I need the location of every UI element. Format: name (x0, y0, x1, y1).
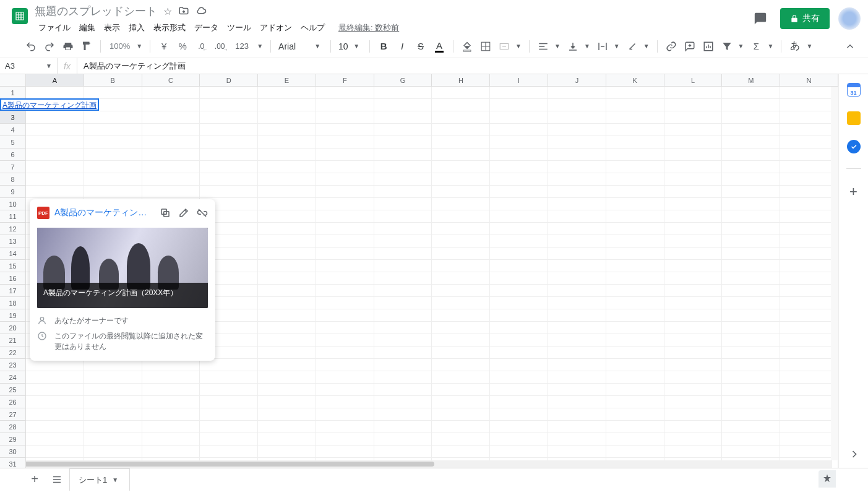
cell[interactable] (722, 161, 780, 173)
cell[interactable] (258, 421, 316, 433)
cell[interactable] (606, 111, 664, 123)
cell[interactable] (432, 297, 490, 309)
menu-format[interactable]: 表示形式 (150, 20, 189, 36)
cell[interactable] (722, 446, 780, 457)
cell[interactable] (26, 186, 84, 197)
cell[interactable] (780, 124, 838, 136)
cell[interactable] (374, 173, 432, 185)
cell[interactable] (606, 384, 664, 395)
cell[interactable] (548, 334, 606, 346)
cell[interactable] (26, 371, 84, 383)
cell[interactable] (316, 161, 374, 173)
merge-cells-button[interactable] (496, 38, 513, 55)
cell[interactable] (780, 433, 838, 445)
cell[interactable] (432, 384, 490, 395)
cell[interactable] (142, 371, 200, 383)
cell[interactable] (548, 285, 606, 296)
vertical-scrollbar[interactable] (831, 74, 838, 460)
chevron-down-icon[interactable]: ▼ (767, 43, 776, 50)
cell[interactable] (142, 446, 200, 457)
cell[interactable] (780, 148, 838, 160)
row-header[interactable]: 26 (0, 396, 25, 408)
cell[interactable] (722, 173, 780, 185)
functions-button[interactable]: Σ (748, 38, 765, 55)
row-header[interactable]: 16 (0, 272, 25, 285)
cell[interactable] (780, 136, 838, 148)
horizontal-scrollbar[interactable] (0, 460, 832, 468)
cell[interactable] (374, 99, 432, 111)
cell[interactable] (432, 111, 490, 123)
cell[interactable] (142, 99, 200, 111)
cell[interactable] (664, 384, 723, 395)
row-header[interactable]: 17 (0, 285, 25, 297)
cell[interactable] (490, 136, 548, 148)
sheet-tab[interactable]: シート1▼ (69, 468, 130, 491)
cell[interactable] (722, 396, 780, 408)
cell[interactable] (374, 198, 432, 210)
cell[interactable] (490, 148, 548, 160)
cell[interactable] (258, 396, 316, 408)
input-method-button[interactable]: あ (786, 38, 804, 55)
cell[interactable] (664, 173, 723, 185)
cell[interactable] (606, 396, 664, 408)
row-header[interactable]: 23 (0, 359, 25, 371)
cell[interactable] (548, 186, 606, 197)
text-wrap-button[interactable] (594, 38, 611, 55)
cell[interactable] (780, 408, 838, 420)
horizontal-align-button[interactable] (535, 38, 552, 55)
cell[interactable] (548, 99, 606, 111)
cell[interactable] (606, 322, 664, 334)
row-header[interactable]: 21 (0, 334, 25, 346)
cell[interactable] (606, 186, 664, 197)
cell[interactable] (490, 359, 548, 371)
cell[interactable] (664, 235, 723, 247)
chevron-down-icon[interactable]: ▼ (642, 43, 652, 50)
cell[interactable] (26, 161, 84, 173)
cell[interactable] (722, 198, 780, 210)
cell[interactable] (258, 334, 316, 346)
row-header[interactable]: 15 (0, 260, 25, 272)
cell[interactable] (606, 124, 664, 136)
move-folder-icon[interactable] (178, 6, 189, 17)
cell[interactable] (606, 446, 664, 457)
cell[interactable] (606, 136, 664, 148)
cell[interactable] (664, 297, 723, 309)
menu-view[interactable]: 表示 (100, 20, 124, 36)
cell[interactable] (374, 248, 432, 259)
cell[interactable] (316, 309, 374, 321)
row-header[interactable]: 13 (0, 235, 25, 248)
borders-button[interactable] (477, 38, 494, 55)
cell[interactable] (548, 396, 606, 408)
cell[interactable] (722, 297, 780, 309)
cell[interactable] (26, 421, 84, 433)
cell[interactable] (26, 384, 84, 395)
cell[interactable] (258, 285, 316, 296)
cell[interactable] (374, 111, 432, 123)
cell[interactable] (374, 396, 432, 408)
menu-tools[interactable]: ツール (223, 20, 255, 36)
cell[interactable] (258, 260, 316, 272)
cell[interactable] (142, 148, 200, 160)
cell[interactable] (664, 124, 723, 136)
cell[interactable] (548, 433, 606, 445)
cell[interactable] (84, 446, 142, 457)
cell[interactable] (548, 248, 606, 259)
cell[interactable] (780, 186, 838, 197)
cell[interactable] (664, 148, 723, 160)
cell[interactable] (432, 309, 490, 321)
keep-sidebar-icon[interactable] (847, 111, 861, 125)
cell[interactable] (490, 384, 548, 395)
row-header[interactable]: 11 (0, 210, 25, 223)
chevron-down-icon[interactable]: ▼ (256, 43, 265, 50)
menu-file[interactable]: ファイル (35, 20, 74, 36)
cell[interactable] (490, 198, 548, 210)
formula-input[interactable]: A製品のマーケティング計画 (77, 61, 868, 72)
cell[interactable] (606, 334, 664, 346)
cell[interactable] (606, 297, 664, 309)
cell[interactable] (664, 408, 723, 420)
cell[interactable] (374, 186, 432, 197)
add-sheet-button[interactable]: + (25, 470, 45, 489)
chevron-down-icon[interactable]: ▼ (805, 43, 815, 50)
cell[interactable] (548, 359, 606, 371)
cell[interactable] (316, 272, 374, 284)
